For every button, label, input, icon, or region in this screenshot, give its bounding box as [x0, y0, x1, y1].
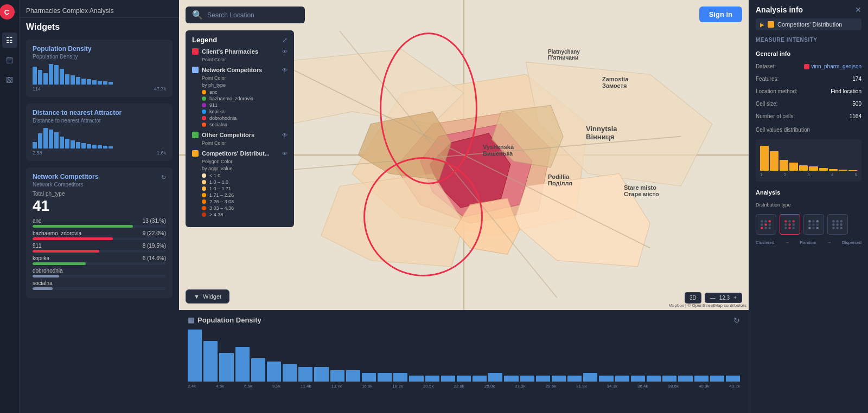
zoom-plus-button[interactable]: +: [732, 295, 738, 301]
chart-bar: [283, 364, 297, 382]
bar-fill: [33, 262, 86, 265]
location-method-label: Location method:: [756, 88, 797, 94]
legend-dot-icon: [202, 109, 206, 114]
legend-section: Network Competitors 👁 Point Colorby ph_t…: [192, 67, 288, 127]
bar-fill: [33, 237, 113, 240]
dist-grid-icon[interactable]: [827, 214, 848, 235]
bar-track: [33, 262, 166, 265]
sidebar-icon-layers[interactable]: ▤: [2, 52, 17, 67]
measure-intensity-label: MEASURE INTENSITY: [756, 37, 861, 43]
chart-bar: [203, 341, 218, 382]
legend-item: > 4.38: [192, 212, 288, 217]
bar-fill: [33, 225, 133, 228]
bottom-chart-bars: [188, 327, 740, 382]
search-icon: 🔍: [192, 10, 203, 20]
mini-bar: [54, 132, 59, 149]
sparkline-bar: [829, 169, 838, 171]
chart-bar: [583, 373, 597, 382]
chart-bar: [235, 347, 250, 382]
legend-item: 1.0 – 1.71: [192, 186, 288, 191]
chart-bar: [599, 376, 613, 382]
legend-dot-icon: [202, 199, 206, 204]
mini-bar: [92, 145, 97, 149]
widget-population-density-chart: [33, 63, 166, 85]
dist-clustered-icon[interactable]: [756, 214, 776, 235]
legend-visibility-icon[interactable]: 👁: [282, 67, 288, 73]
sparkline-bar: [799, 165, 808, 171]
legend-dot-icon: [202, 122, 206, 127]
mini-bar: [65, 139, 69, 149]
dist-dispersed-icon[interactable]: [803, 214, 824, 235]
widget-chevron-icon: ▼: [194, 293, 200, 300]
bar-fill: [33, 287, 53, 290]
sidebar-icon-widgets[interactable]: ☷: [2, 33, 17, 48]
mini-bar: [98, 145, 102, 149]
chart-bar: [488, 373, 502, 382]
sparkline-bar: [809, 166, 818, 171]
widget-population-density-title: Population Density: [33, 45, 166, 53]
sparkline-bar: [839, 170, 847, 171]
refresh-icon[interactable]: ↻: [161, 174, 166, 181]
sparkline-bar: [770, 151, 778, 171]
chart-label: 9.2k: [272, 384, 280, 389]
search-bar[interactable]: 🔍: [186, 7, 305, 23]
num-cells-row: Number of cells: 1164: [756, 113, 861, 119]
legend-visibility-icon[interactable]: 👁: [282, 151, 288, 157]
legend-item-label: < 1.0: [209, 173, 220, 178]
analysis-close-button[interactable]: ✕: [855, 5, 861, 14]
legend-visibility-icon[interactable]: 👁: [282, 132, 288, 138]
bar-label: anc: [33, 218, 41, 224]
competitor-bar-item: kopiika 6 (14.6%): [33, 255, 166, 265]
bar-fill: [33, 250, 99, 253]
legend-section: Other Competitors 👁 Point Color: [192, 132, 288, 146]
legend-item: 1.0 – 1.0: [192, 179, 288, 185]
sidebar-icon-strip: C ☷ ▤ ▧: [0, 0, 20, 413]
3d-toggle-button[interactable]: 3D: [685, 292, 701, 304]
sparkline-label: 5: [855, 172, 857, 177]
analysis-section-title: Analysis: [756, 189, 861, 196]
zoom-minus-button[interactable]: —: [709, 295, 717, 301]
chart-bar: [567, 376, 582, 382]
legend-section-label: Other Competitors: [202, 132, 254, 138]
widget-population-density-range: 114 47.7k: [33, 86, 166, 92]
signin-button[interactable]: Sign in: [699, 7, 742, 22]
mini-bar: [92, 80, 97, 85]
legend-visibility-icon[interactable]: 👁: [282, 49, 288, 55]
zoom-controls: — 12.3 +: [705, 293, 742, 303]
widget-network-competitors: Network Competitors ↻ Network Competitor…: [26, 167, 173, 298]
legend-dot-icon: [202, 90, 206, 94]
chart-label: 22.8k: [454, 384, 464, 389]
dist-random-icon[interactable]: [780, 214, 800, 235]
widget-button[interactable]: ▼ Widget: [186, 289, 229, 304]
sparkline-label: 2: [784, 172, 786, 177]
app-title: Pharmacies Complex Analysis: [26, 7, 113, 15]
legend-dot-icon: [202, 103, 206, 107]
widget-population-density: Population Density Population Density 11…: [26, 40, 173, 97]
legend-expand-icon[interactable]: ⤢: [282, 36, 288, 44]
legend-dot-icon: [202, 173, 206, 178]
legend-item-label: 3.03 – 4.38: [209, 205, 234, 211]
mini-bar: [60, 69, 64, 85]
legend-sections: Client's Pharmacies 👁 Point Color Networ…: [192, 48, 288, 217]
mini-bar: [71, 75, 75, 85]
legend-item: 3.03 – 4.38: [192, 205, 288, 211]
chart-bar: [647, 376, 661, 382]
distribution-type-row: [756, 214, 861, 235]
legend-sub-label2: by ph_type: [192, 82, 288, 88]
chart-label: 4.6k: [216, 384, 224, 389]
dataset-label: Dataset:: [756, 63, 776, 69]
map-controls: 3D — 12.3 +: [685, 292, 742, 304]
chart-bar: [615, 376, 629, 382]
badge-arrow-icon: ▶: [760, 22, 764, 28]
legend-dot-icon: [202, 193, 206, 197]
legend-item-label: 911: [209, 102, 218, 108]
mini-bar: [71, 140, 75, 149]
cell-size-row: Cell size: 500: [756, 101, 861, 107]
search-input[interactable]: [207, 11, 298, 19]
legend-dot-icon: [202, 96, 206, 101]
chart-bar: [409, 376, 423, 382]
mini-bar: [98, 81, 102, 85]
sidebar-icon-chart[interactable]: ▧: [2, 72, 17, 87]
chart-bar: [710, 376, 724, 382]
refresh-chart-button[interactable]: ↻: [733, 316, 740, 325]
